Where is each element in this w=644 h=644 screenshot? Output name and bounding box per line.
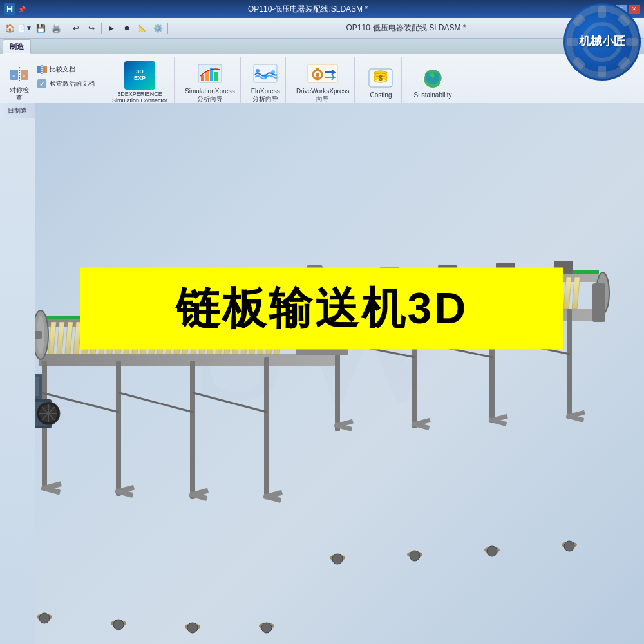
separator-1 [66,23,66,34]
svg-rect-174 [592,283,605,322]
svg-text:≡: ≡ [23,73,25,78]
compare-doc-label: 比较文档 [50,66,75,73]
tab-manufacturing[interactable]: 制造 [3,39,31,54]
svg-rect-111 [116,361,121,496]
main-content-area: SW [0,103,644,644]
3dx-label: 3DEXPERIENCESimulation Connector [112,91,167,104]
home-button[interactable]: 🏠 [3,21,17,35]
compare-check-button[interactable]: ≡ ≡ 对称检查 [8,63,31,102]
left-panel: 日制造 [0,103,35,644]
yellow-banner: 链板输送机3D [80,268,564,350]
undo-button[interactable]: ↩ [69,21,83,35]
logo-text: 机械小匠 [579,34,625,49]
left-tab-manufacturing[interactable]: 日制造 [0,103,35,118]
check-active-doc-button[interactable]: ✓ 检查激活的文档 [35,77,96,90]
compare-doc-button[interactable]: 比较文档 [35,63,96,76]
rebuild-button[interactable]: ⏺ [120,21,134,35]
svg-line-141 [193,393,267,412]
svg-point-145 [39,613,50,623]
app-icon: H [4,3,15,15]
svg-point-147 [187,623,198,633]
3d-model [0,103,644,644]
svg-line-140 [119,393,193,412]
svg-point-149 [332,554,343,564]
svg-rect-25 [321,73,323,77]
print-button[interactable]: 🖨️ [49,21,63,35]
options-button[interactable]: ⚙️ [151,21,165,35]
logo-badge: 机械小匠 [560,0,644,84]
sketch-button[interactable]: 📐 [135,21,149,35]
svg-rect-24 [312,73,314,77]
svg-rect-115 [190,361,195,499]
group-flo[interactable]: FloXpress分析向导 [246,57,286,108]
svg-rect-22 [316,68,319,71]
group-check: ≡ ≡ 对称检查 比较文档 [4,57,100,108]
svg-rect-5 [37,66,41,73]
svg-point-16 [256,69,260,73]
svg-text:≡: ≡ [12,73,15,78]
svg-rect-135 [567,309,572,419]
title-bar: H 📌 OP110-低压电器装配线.SLDASM * ? ─ □ ✕ [0,0,644,18]
3dx-icon: 3DEXP [124,61,155,90]
separator-3 [167,23,168,34]
driveworks-label: DriveWorksXpress向导 [296,88,350,103]
left-tab-label: 日制造 [8,106,27,115]
redo-button[interactable]: ↪ [84,21,99,35]
svg-rect-11 [201,75,204,81]
svg-point-148 [261,623,272,633]
svg-point-17 [263,74,267,78]
group-simulation[interactable]: SimulationXpress分析向导 [180,57,241,108]
costing-label: Costing [370,91,392,99]
new-doc-button[interactable]: 📄▼ [18,21,32,35]
svg-rect-23 [316,77,319,80]
group-costing[interactable]: $ Costing [360,57,402,108]
svg-point-151 [487,546,497,556]
separator-2 [101,23,102,34]
svg-point-146 [113,620,124,630]
pin-icon[interactable]: 📌 [18,6,26,13]
banner-text: 链板输送机3D [176,283,469,332]
flo-label: FloXpress分析向导 [251,88,280,103]
group-3dexperience[interactable]: 3DEXP 3DEXPERIENCESimulation Connector [106,57,175,108]
group-driveworks[interactable]: DriveWorksXpress向导 [291,57,355,108]
logo-circle: 机械小匠 [564,3,641,80]
svg-rect-12 [205,71,209,81]
svg-point-21 [316,73,319,77]
svg-rect-38 [39,354,335,366]
ribbon-tab-row: 制造 [0,39,644,54]
quick-access-toolbar: 🏠 📄▼ 💾 🖨️ ↩ ↪ ▶ ⏺ 📐 ⚙️ OP110-低压电器装配线.SLD… [0,18,644,39]
svg-text:✓: ✓ [39,80,44,88]
check-active-label: 检查激活的文档 [50,80,95,88]
svg-point-152 [564,541,574,551]
simulation-label: SimulationXpress分析向导 [185,88,235,103]
window-title: OP110-低压电器装配线.SLDASM * [26,4,590,15]
group-sustainability[interactable]: Sustainability [407,57,458,108]
svg-text:$: $ [379,75,383,82]
svg-rect-14 [214,72,218,81]
svg-point-150 [410,551,420,561]
svg-rect-119 [264,357,269,499]
svg-point-18 [271,70,275,74]
compare-check-label: 对称检查 [10,86,29,102]
svg-rect-6 [43,66,47,73]
sustainability-label: Sustainability [413,91,451,99]
select-button[interactable]: ▶ [104,21,118,35]
save-button[interactable]: 💾 [33,21,48,35]
title-bar-left: H 📌 [4,3,26,15]
